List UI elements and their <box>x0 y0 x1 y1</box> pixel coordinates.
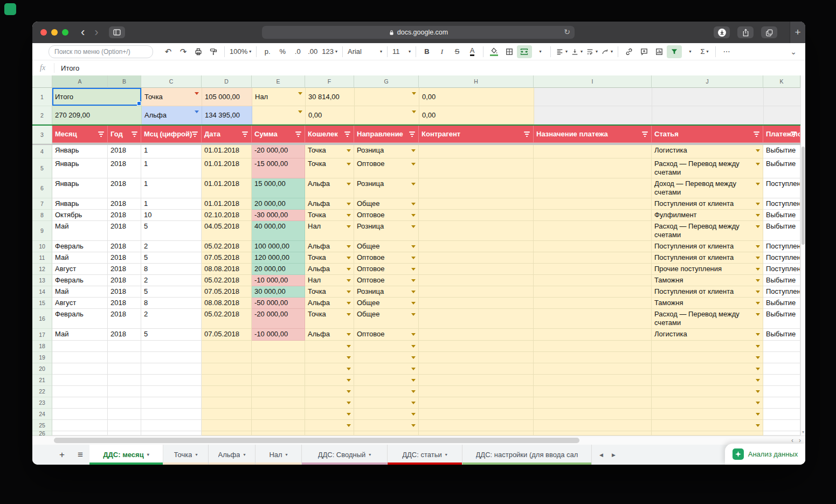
cell-D15[interactable]: 08.08.2018 <box>202 298 252 309</box>
dropdown-icon[interactable] <box>411 302 416 305</box>
cell-B11[interactable]: 2018 <box>108 252 141 264</box>
cell-E22[interactable] <box>252 386 305 397</box>
dropdown-icon[interactable] <box>756 245 760 248</box>
cell-D25[interactable] <box>202 420 252 431</box>
dropdown-icon[interactable] <box>756 390 760 393</box>
filter-views-button[interactable]: ▾ <box>682 45 697 58</box>
filter-icon[interactable] <box>524 132 530 137</box>
cell-H21[interactable] <box>419 375 534 386</box>
cell-K16[interactable]: Выбытие <box>763 309 800 329</box>
all-sheets-button[interactable]: ≡ <box>71 445 89 465</box>
scroll-left-button[interactable]: ‹ <box>791 437 793 444</box>
cell-K13[interactable]: Выбытие <box>763 275 800 286</box>
create-filter-button[interactable] <box>667 45 682 58</box>
cell-D21[interactable] <box>202 375 252 386</box>
cell-K18[interactable] <box>763 341 800 352</box>
filter-header-B[interactable]: Год <box>108 126 141 143</box>
cell-H23[interactable] <box>419 397 534 409</box>
cell-A24[interactable] <box>52 409 108 420</box>
dropdown-icon[interactable] <box>298 92 302 95</box>
cell-K5[interactable]: Выбытие <box>763 158 800 178</box>
cell-G4[interactable]: Розница <box>354 145 419 158</box>
cell-E8[interactable]: -30 000,00 <box>252 210 305 221</box>
cell-F13[interactable]: Нал <box>305 275 354 286</box>
sheet-tab-3[interactable]: Альфа▾ <box>209 445 255 465</box>
font-size-select[interactable]: 11▾ <box>391 45 412 58</box>
cell-I4[interactable] <box>534 145 652 158</box>
cell-A26[interactable] <box>52 431 108 436</box>
dropdown-icon[interactable] <box>411 163 416 165</box>
cell-F2[interactable]: 0,00 <box>306 106 355 125</box>
cell-C6[interactable]: 1 <box>141 178 202 198</box>
filter-icon[interactable] <box>132 132 137 137</box>
explore-panel[interactable]: Анализ данных <box>725 444 805 465</box>
cell-C23[interactable] <box>141 397 202 409</box>
dropdown-icon[interactable] <box>298 111 302 113</box>
cell-G7[interactable]: Общее <box>354 198 419 210</box>
cell-H14[interactable] <box>419 286 534 298</box>
text-wrap-button[interactable]: ▾ <box>584 45 599 58</box>
cell-D19[interactable] <box>202 352 252 363</box>
scroll-right-button[interactable]: › <box>799 437 801 444</box>
cell-I13[interactable] <box>534 275 652 286</box>
cell-J22[interactable] <box>652 386 763 397</box>
grid-corner[interactable] <box>32 75 52 88</box>
filter-header-C[interactable]: Мсц (цифрой) <box>141 126 202 143</box>
cell-B25[interactable] <box>108 420 141 431</box>
cell-F20[interactable] <box>305 363 354 375</box>
borders-button[interactable] <box>502 45 517 58</box>
cell-C18[interactable] <box>141 341 202 352</box>
cell-B13[interactable]: 2018 <box>108 275 141 286</box>
cell-I6[interactable] <box>534 178 652 198</box>
dropdown-icon[interactable] <box>411 183 416 185</box>
cell-H11[interactable] <box>419 252 534 264</box>
row-header-24[interactable]: 24 <box>32 409 52 420</box>
cell-G8[interactable]: Оптовое <box>354 210 419 221</box>
cell-J25[interactable] <box>652 420 763 431</box>
filter-header-K[interactable]: Платеж/поступление <box>763 126 800 143</box>
dropdown-icon[interactable] <box>756 313 760 316</box>
new-tab-button[interactable]: + <box>790 22 805 43</box>
cell-C5[interactable]: 1 <box>141 158 202 178</box>
text-rotation-button[interactable]: ▾ <box>599 45 614 58</box>
cell-D20[interactable] <box>202 363 252 375</box>
dropdown-icon[interactable] <box>411 356 416 359</box>
merge-options-button[interactable]: ▾ <box>532 45 547 58</box>
column-header-K[interactable]: K <box>763 75 800 88</box>
dropdown-icon[interactable] <box>411 291 416 293</box>
cell-J8[interactable]: Фулфилмент <box>652 210 763 221</box>
dropdown-icon[interactable] <box>411 203 416 205</box>
cell-I17[interactable] <box>534 329 652 341</box>
cell-D26[interactable] <box>202 431 252 436</box>
cell-H9[interactable] <box>419 221 534 241</box>
cell-C20[interactable] <box>141 363 202 375</box>
dropdown-icon[interactable] <box>411 333 416 336</box>
dropdown-icon[interactable] <box>411 379 416 382</box>
cell-I18[interactable] <box>534 341 652 352</box>
cell-G1[interactable] <box>355 88 419 106</box>
cell-F24[interactable] <box>305 409 354 420</box>
dropdown-icon[interactable] <box>411 149 416 152</box>
column-header-H[interactable]: H <box>419 75 534 88</box>
cell-F15[interactable]: Альфа <box>305 298 354 309</box>
dropdown-icon[interactable] <box>347 402 351 404</box>
cell-H12[interactable] <box>419 264 534 275</box>
row-header-15[interactable]: 15 <box>32 298 52 309</box>
cell-J16[interactable]: Расход — Перевод между счетами <box>652 309 763 329</box>
cell-E15[interactable]: -50 000,00 <box>252 298 305 309</box>
bold-button[interactable]: B <box>419 45 434 58</box>
cell-B12[interactable]: 2018 <box>108 264 141 275</box>
cell-J12[interactable]: Прочие поступления <box>652 264 763 275</box>
cell-A11[interactable]: Май <box>52 252 108 264</box>
cell-I9[interactable] <box>534 221 652 241</box>
cell-K24[interactable] <box>763 409 800 420</box>
cell-G22[interactable] <box>354 386 419 397</box>
close-button[interactable] <box>40 29 47 36</box>
dropdown-icon[interactable] <box>347 379 351 382</box>
dropdown-icon[interactable] <box>411 279 416 282</box>
dropdown-icon[interactable] <box>756 402 760 404</box>
forward-button[interactable]: › <box>89 27 103 38</box>
row-header-7[interactable]: 7 <box>32 198 52 210</box>
cell-A5[interactable]: Январь <box>52 158 108 178</box>
row-header-5[interactable]: 5 <box>32 158 52 178</box>
